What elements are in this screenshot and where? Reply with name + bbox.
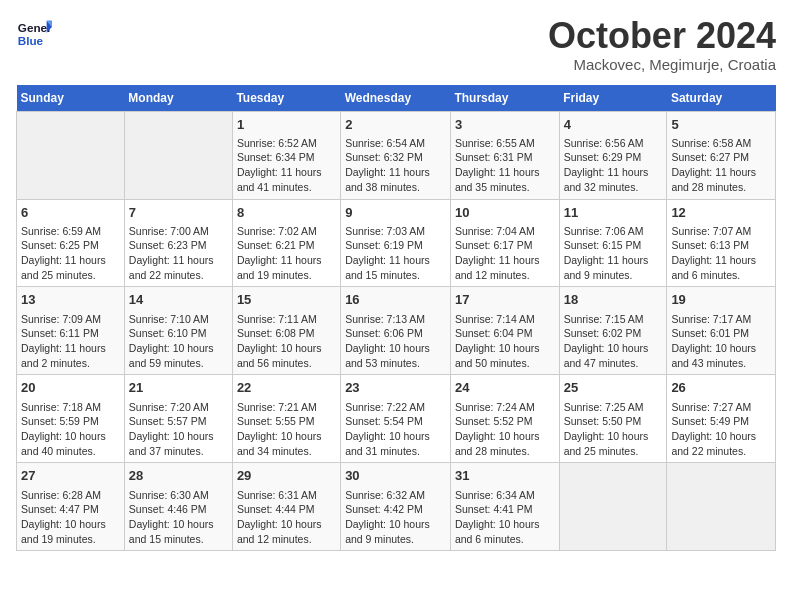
day-info: Sunrise: 6:30 AMSunset: 4:46 PMDaylight:… bbox=[129, 488, 228, 547]
calendar-cell: 30Sunrise: 6:32 AMSunset: 4:42 PMDayligh… bbox=[341, 463, 451, 551]
calendar-cell: 9Sunrise: 7:03 AMSunset: 6:19 PMDaylight… bbox=[341, 199, 451, 287]
day-number: 15 bbox=[237, 291, 336, 309]
calendar-cell: 17Sunrise: 7:14 AMSunset: 6:04 PMDayligh… bbox=[450, 287, 559, 375]
day-info: Sunrise: 7:22 AMSunset: 5:54 PMDaylight:… bbox=[345, 400, 446, 459]
calendar-cell: 22Sunrise: 7:21 AMSunset: 5:55 PMDayligh… bbox=[232, 375, 340, 463]
day-info: Sunrise: 7:06 AMSunset: 6:15 PMDaylight:… bbox=[564, 224, 663, 283]
calendar-cell: 13Sunrise: 7:09 AMSunset: 6:11 PMDayligh… bbox=[17, 287, 125, 375]
calendar-cell: 24Sunrise: 7:24 AMSunset: 5:52 PMDayligh… bbox=[450, 375, 559, 463]
day-number: 12 bbox=[671, 204, 771, 222]
day-number: 28 bbox=[129, 467, 228, 485]
day-info: Sunrise: 6:56 AMSunset: 6:29 PMDaylight:… bbox=[564, 136, 663, 195]
day-info: Sunrise: 7:14 AMSunset: 6:04 PMDaylight:… bbox=[455, 312, 555, 371]
day-info: Sunrise: 7:04 AMSunset: 6:17 PMDaylight:… bbox=[455, 224, 555, 283]
title-block: October 2024 Mackovec, Megimurje, Croati… bbox=[548, 16, 776, 73]
day-info: Sunrise: 7:10 AMSunset: 6:10 PMDaylight:… bbox=[129, 312, 228, 371]
day-number: 27 bbox=[21, 467, 120, 485]
header-row: Sunday Monday Tuesday Wednesday Thursday… bbox=[17, 85, 776, 112]
day-number: 4 bbox=[564, 116, 663, 134]
day-info: Sunrise: 7:09 AMSunset: 6:11 PMDaylight:… bbox=[21, 312, 120, 371]
day-number: 16 bbox=[345, 291, 446, 309]
day-number: 30 bbox=[345, 467, 446, 485]
col-thursday: Thursday bbox=[450, 85, 559, 112]
calendar-cell: 18Sunrise: 7:15 AMSunset: 6:02 PMDayligh… bbox=[559, 287, 667, 375]
calendar-cell: 10Sunrise: 7:04 AMSunset: 6:17 PMDayligh… bbox=[450, 199, 559, 287]
day-number: 3 bbox=[455, 116, 555, 134]
calendar-cell bbox=[17, 111, 125, 199]
calendar-cell: 2Sunrise: 6:54 AMSunset: 6:32 PMDaylight… bbox=[341, 111, 451, 199]
calendar-cell bbox=[667, 463, 776, 551]
logo-icon: General Blue bbox=[16, 16, 52, 52]
day-number: 11 bbox=[564, 204, 663, 222]
day-number: 14 bbox=[129, 291, 228, 309]
calendar-cell: 21Sunrise: 7:20 AMSunset: 5:57 PMDayligh… bbox=[124, 375, 232, 463]
day-number: 20 bbox=[21, 379, 120, 397]
day-number: 5 bbox=[671, 116, 771, 134]
month-title: October 2024 bbox=[548, 16, 776, 56]
day-info: Sunrise: 6:54 AMSunset: 6:32 PMDaylight:… bbox=[345, 136, 446, 195]
calendar-cell: 25Sunrise: 7:25 AMSunset: 5:50 PMDayligh… bbox=[559, 375, 667, 463]
day-number: 21 bbox=[129, 379, 228, 397]
col-saturday: Saturday bbox=[667, 85, 776, 112]
col-monday: Monday bbox=[124, 85, 232, 112]
day-number: 23 bbox=[345, 379, 446, 397]
day-number: 10 bbox=[455, 204, 555, 222]
day-number: 29 bbox=[237, 467, 336, 485]
calendar-cell: 20Sunrise: 7:18 AMSunset: 5:59 PMDayligh… bbox=[17, 375, 125, 463]
calendar-table: Sunday Monday Tuesday Wednesday Thursday… bbox=[16, 85, 776, 552]
calendar-cell: 14Sunrise: 7:10 AMSunset: 6:10 PMDayligh… bbox=[124, 287, 232, 375]
day-number: 24 bbox=[455, 379, 555, 397]
day-info: Sunrise: 6:28 AMSunset: 4:47 PMDaylight:… bbox=[21, 488, 120, 547]
calendar-cell: 16Sunrise: 7:13 AMSunset: 6:06 PMDayligh… bbox=[341, 287, 451, 375]
calendar-week-row: 13Sunrise: 7:09 AMSunset: 6:11 PMDayligh… bbox=[17, 287, 776, 375]
day-info: Sunrise: 6:59 AMSunset: 6:25 PMDaylight:… bbox=[21, 224, 120, 283]
col-wednesday: Wednesday bbox=[341, 85, 451, 112]
day-number: 17 bbox=[455, 291, 555, 309]
day-info: Sunrise: 7:18 AMSunset: 5:59 PMDaylight:… bbox=[21, 400, 120, 459]
calendar-cell: 12Sunrise: 7:07 AMSunset: 6:13 PMDayligh… bbox=[667, 199, 776, 287]
day-number: 25 bbox=[564, 379, 663, 397]
day-info: Sunrise: 7:17 AMSunset: 6:01 PMDaylight:… bbox=[671, 312, 771, 371]
day-info: Sunrise: 6:34 AMSunset: 4:41 PMDaylight:… bbox=[455, 488, 555, 547]
calendar-cell: 19Sunrise: 7:17 AMSunset: 6:01 PMDayligh… bbox=[667, 287, 776, 375]
calendar-cell: 7Sunrise: 7:00 AMSunset: 6:23 PMDaylight… bbox=[124, 199, 232, 287]
calendar-cell: 29Sunrise: 6:31 AMSunset: 4:44 PMDayligh… bbox=[232, 463, 340, 551]
day-info: Sunrise: 7:15 AMSunset: 6:02 PMDaylight:… bbox=[564, 312, 663, 371]
calendar-cell: 1Sunrise: 6:52 AMSunset: 6:34 PMDaylight… bbox=[232, 111, 340, 199]
calendar-week-row: 1Sunrise: 6:52 AMSunset: 6:34 PMDaylight… bbox=[17, 111, 776, 199]
day-info: Sunrise: 6:55 AMSunset: 6:31 PMDaylight:… bbox=[455, 136, 555, 195]
day-info: Sunrise: 7:11 AMSunset: 6:08 PMDaylight:… bbox=[237, 312, 336, 371]
day-info: Sunrise: 7:02 AMSunset: 6:21 PMDaylight:… bbox=[237, 224, 336, 283]
day-info: Sunrise: 7:25 AMSunset: 5:50 PMDaylight:… bbox=[564, 400, 663, 459]
day-info: Sunrise: 7:27 AMSunset: 5:49 PMDaylight:… bbox=[671, 400, 771, 459]
logo: General Blue bbox=[16, 16, 52, 52]
calendar-cell: 23Sunrise: 7:22 AMSunset: 5:54 PMDayligh… bbox=[341, 375, 451, 463]
calendar-cell: 5Sunrise: 6:58 AMSunset: 6:27 PMDaylight… bbox=[667, 111, 776, 199]
day-number: 13 bbox=[21, 291, 120, 309]
calendar-cell bbox=[124, 111, 232, 199]
day-number: 7 bbox=[129, 204, 228, 222]
day-number: 8 bbox=[237, 204, 336, 222]
calendar-cell: 31Sunrise: 6:34 AMSunset: 4:41 PMDayligh… bbox=[450, 463, 559, 551]
day-number: 19 bbox=[671, 291, 771, 309]
day-number: 1 bbox=[237, 116, 336, 134]
calendar-cell: 4Sunrise: 6:56 AMSunset: 6:29 PMDaylight… bbox=[559, 111, 667, 199]
calendar-cell: 3Sunrise: 6:55 AMSunset: 6:31 PMDaylight… bbox=[450, 111, 559, 199]
svg-text:Blue: Blue bbox=[18, 34, 44, 47]
day-info: Sunrise: 6:58 AMSunset: 6:27 PMDaylight:… bbox=[671, 136, 771, 195]
day-number: 31 bbox=[455, 467, 555, 485]
col-friday: Friday bbox=[559, 85, 667, 112]
day-info: Sunrise: 7:00 AMSunset: 6:23 PMDaylight:… bbox=[129, 224, 228, 283]
calendar-cell: 8Sunrise: 7:02 AMSunset: 6:21 PMDaylight… bbox=[232, 199, 340, 287]
day-info: Sunrise: 7:21 AMSunset: 5:55 PMDaylight:… bbox=[237, 400, 336, 459]
calendar-cell: 11Sunrise: 7:06 AMSunset: 6:15 PMDayligh… bbox=[559, 199, 667, 287]
calendar-cell: 28Sunrise: 6:30 AMSunset: 4:46 PMDayligh… bbox=[124, 463, 232, 551]
calendar-week-row: 27Sunrise: 6:28 AMSunset: 4:47 PMDayligh… bbox=[17, 463, 776, 551]
calendar-week-row: 20Sunrise: 7:18 AMSunset: 5:59 PMDayligh… bbox=[17, 375, 776, 463]
day-info: Sunrise: 6:52 AMSunset: 6:34 PMDaylight:… bbox=[237, 136, 336, 195]
calendar-cell bbox=[559, 463, 667, 551]
day-info: Sunrise: 7:20 AMSunset: 5:57 PMDaylight:… bbox=[129, 400, 228, 459]
col-tuesday: Tuesday bbox=[232, 85, 340, 112]
day-info: Sunrise: 6:31 AMSunset: 4:44 PMDaylight:… bbox=[237, 488, 336, 547]
page-header: General Blue October 2024 Mackovec, Megi… bbox=[16, 16, 776, 73]
